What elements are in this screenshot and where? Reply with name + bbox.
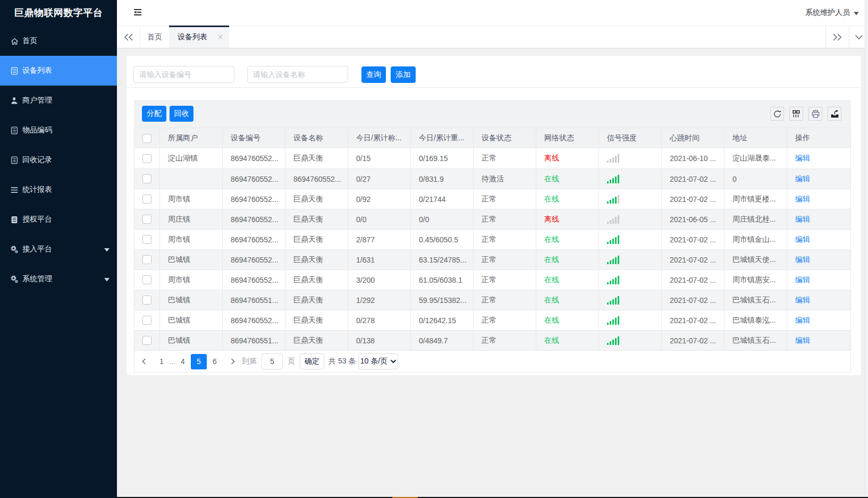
page-1-button[interactable]: 1 [156,357,167,366]
sidebar: 巨鼎物联网数字平台 首页设备列表商户管理物品编码回收记录统计报表授权平台接入平台… [0,0,117,498]
prev-page-button[interactable] [139,358,149,365]
cell: 2021-07-02 ... [662,310,724,330]
cell: 正常 [474,270,536,290]
edit-link[interactable]: 编辑 [795,336,810,345]
cell [599,250,662,269]
edit-link[interactable]: 编辑 [795,296,810,305]
cell: 59.95/15382... [411,290,474,310]
sidebar-item-label: 回收记录 [22,155,52,165]
header-cell: 今日/累计重... [411,128,474,148]
next-page-button[interactable] [227,358,238,365]
page-size-select[interactable]: 10 条/页 [358,353,398,369]
sidebar-item-商户管理[interactable]: 商户管理 [0,86,117,115]
row-checkbox[interactable] [142,174,151,183]
cell: 0/831.9 [411,169,474,189]
cell: 在线 [536,290,599,310]
page-6-button[interactable]: 6 [209,357,220,366]
sidebar-item-物品编码[interactable]: 物品编码 [0,115,117,145]
device-no-input[interactable] [133,66,234,83]
tab-首页[interactable]: 首页 [140,26,169,48]
device-name-input[interactable] [247,66,348,83]
header-cell-select-all [134,128,160,148]
edit-link[interactable]: 编辑 [795,275,810,285]
cell: 3/200 [348,270,411,290]
table-row: 巴城镇8694760552...巨鼎天衡1/63163.15/24785...正… [134,249,850,269]
cell: 周市镇 [160,270,223,290]
header-cell: 今日/累计称... [348,128,411,148]
cell: 正常 [474,331,536,350]
cell: 巴城镇 [160,331,223,350]
app-title: 巨鼎物联网数字平台 [0,0,117,26]
row-checkbox[interactable] [142,195,151,204]
table-row: 周市镇8694760552...巨鼎天衡0/920/21744正常在线2021-… [134,189,850,209]
cell: 周市镇 [160,230,223,249]
add-button[interactable]: 添加 [391,66,416,83]
table-row: 周市镇8694760552...巨鼎天衡2/8770.45/6050.5正常在线… [134,229,850,249]
select-all-checkbox[interactable] [142,134,151,143]
edit-link[interactable]: 编辑 [795,235,810,244]
edit-link[interactable]: 编辑 [795,255,810,265]
scrollbar[interactable] [865,0,868,498]
total-count-label: 共 53 条 [328,357,356,366]
collapse-sidebar-icon[interactable] [133,8,143,18]
page-5-button[interactable]: 5 [191,354,207,369]
page-4-button[interactable]: 4 [178,357,188,366]
table-toolbar: 分配 回收 [134,100,851,128]
user-menu[interactable]: 系统维护人员 [805,0,859,26]
row-checkbox[interactable] [142,235,151,244]
gear-icon [10,275,19,284]
export-button[interactable] [828,107,841,121]
printer-button[interactable] [808,107,822,121]
row-checkbox[interactable] [142,154,151,163]
cell: 0/12642.15 [411,310,474,330]
sidebar-item-label: 接入平台 [22,244,52,254]
refresh-button[interactable] [770,107,784,121]
page-unit-label: 页 [288,357,295,366]
goto-page-input[interactable] [262,353,283,369]
tabs-scroll-right-button[interactable] [825,26,849,48]
cell: 巴城镇玉石... [724,331,787,350]
sidebar-item-接入平台[interactable]: 接入平台 [0,234,117,264]
query-button[interactable]: 查询 [361,66,386,83]
device-list-icon [10,66,19,75]
tabs-scroll-left-button[interactable] [117,26,140,48]
row-checkbox[interactable] [142,296,151,305]
network-status: 在线 [544,174,559,184]
edit-link[interactable]: 编辑 [795,316,810,325]
cell: 巴城镇 [160,250,223,269]
table-row: 周庄镇8694760552...巨鼎天衡0/00/0正常离线2021-06-05… [134,209,850,229]
row-checkbox[interactable] [142,215,151,224]
edit-link[interactable]: 编辑 [795,215,810,224]
assign-button[interactable]: 分配 [142,106,166,122]
row-checkbox[interactable] [142,255,151,264]
edit-link[interactable]: 编辑 [795,174,810,184]
device-list-card: 查询 添加 分配 回收 所属商户设备编号设备名称今日/累计称...今日/累计重.… [127,56,861,375]
cell: 8694760551... [223,331,285,350]
tab-设备列表[interactable]: 设备列表 [169,26,229,48]
sidebar-item-系统管理[interactable]: 系统管理 [0,264,117,294]
sidebar-item-首页[interactable]: 首页 [0,26,117,56]
header-cell: 操作 [787,128,852,148]
sidebar-item-统计报表[interactable]: 统计报表 [0,175,117,205]
row-checkbox[interactable] [142,275,151,284]
row-checkbox[interactable] [142,336,151,345]
cell: 8694760552... [223,250,285,269]
recycle-button[interactable]: 回收 [170,106,193,122]
cell: 2021-07-02 ... [662,169,724,189]
close-icon[interactable] [218,35,223,39]
cell: 在线 [536,189,599,209]
sidebar-item-授权平台[interactable]: 授权平台 [0,205,117,234]
cell: 8694760552... [223,270,285,290]
table-row: 淀山湖镇8694760552...巨鼎天衡0/150/169.15正常离线202… [134,148,850,168]
edit-link[interactable]: 编辑 [795,195,810,204]
sidebar-item-设备列表[interactable]: 设备列表 [0,56,117,86]
edit-link[interactable]: 编辑 [795,154,810,163]
row-checkbox[interactable] [142,316,151,325]
sidebar-item-回收记录[interactable]: 回收记录 [0,145,117,175]
cell: 2021-07-02 ... [662,230,724,249]
cell: 周庄镇 [160,209,223,229]
confirm-button[interactable]: 确定 [300,353,324,369]
cell: 0/92 [348,189,411,209]
columns-grid-button[interactable] [789,107,803,121]
cell: 2021-07-02 ... [662,331,724,350]
